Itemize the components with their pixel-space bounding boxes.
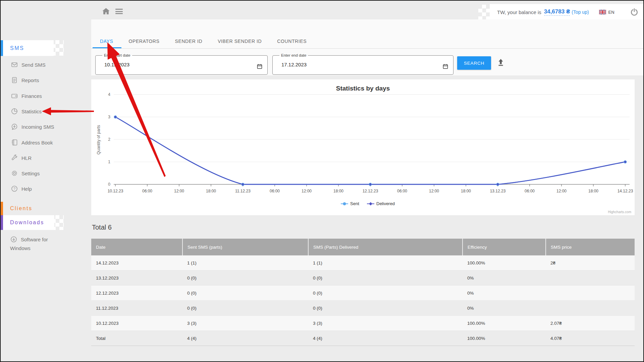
cell-delivered: 1 (1) [308, 255, 463, 270]
sidebar-item-label: Reports [21, 77, 39, 83]
wallet-icon [11, 92, 18, 100]
search-button[interactable]: SEARCH [457, 56, 491, 70]
sidebar-item-label: Statistics [21, 109, 42, 114]
sidebar-section-label: SMS [10, 45, 24, 51]
sidebar-item-statistics[interactable]: Statistics [1, 104, 88, 119]
x-tick-label: 06:00 [270, 189, 280, 193]
series-delivered-line [115, 117, 625, 184]
sidebar-item-incoming-sms[interactable]: Incoming SMS [1, 119, 88, 134]
cell-efficiency: 100.00% [463, 255, 546, 270]
sidebar-section-downloads[interactable]: Downloads [1, 215, 54, 230]
calendar-icon[interactable] [442, 63, 448, 69]
cell-sent: 0 (0) [182, 270, 308, 286]
statistics-by-days-chart: Statistics by daysQuantity of parts01234… [91, 79, 635, 215]
sidebar-section-sms[interactable]: SMS [1, 40, 54, 56]
sidebar-item-help[interactable]: ? Help [1, 181, 88, 196]
wrench-icon [11, 154, 18, 162]
home-icon[interactable] [101, 7, 111, 16]
table-row: 11.12.20230 (0)0 (0)0% [91, 301, 635, 316]
x-tick-label: 18:00 [588, 189, 598, 193]
cell-delivered: 4 (4) [308, 331, 463, 346]
tab-days[interactable]: DAYS [100, 39, 113, 44]
help-icon: ? [11, 185, 18, 192]
x-tick-label: 12.12.23 [363, 189, 378, 193]
sidebar-item-hlr[interactable]: HLR [1, 150, 88, 166]
sidebar-item-software-for-windows[interactable]: Software for Windows [10, 235, 65, 253]
language-label: EN [608, 10, 614, 15]
x-tick-label: 12:00 [174, 189, 184, 193]
cell-delivered: 3 (3) [308, 316, 463, 331]
sidebar-item-reports[interactable]: Reports [1, 72, 88, 88]
y-tick-label: 4 [108, 92, 110, 97]
x-tick-label: 06:00 [525, 189, 535, 193]
export-upload-icon[interactable] [496, 58, 505, 67]
sidebar-item-label: Settings [21, 171, 40, 176]
report-icon [11, 76, 18, 84]
x-tick-label: 13.12.23 [490, 189, 506, 193]
gear-icon [11, 170, 18, 177]
cell-efficiency: 0% [463, 270, 546, 286]
column-header-delivered: SMS (Parts) Delivered [308, 239, 463, 255]
cell-efficiency: 100.00% [463, 316, 546, 331]
svg-text:Sent: Sent [350, 201, 359, 206]
table-total-count: Total 6 [92, 224, 112, 231]
power-icon[interactable] [630, 8, 639, 16]
sidebar-item-label: Address Book [21, 140, 53, 145]
sidebar-section-label: Downloads [10, 220, 44, 226]
x-tick-label: 18:00 [206, 189, 216, 193]
tab-operators[interactable]: OPERATORS [129, 39, 160, 44]
highcharts-credit: Highcharts.com [608, 210, 631, 214]
cell-sent: 4 (4) [182, 331, 308, 346]
x-tick-label: 18:00 [333, 189, 343, 193]
cell-date: 13.12.2023 [91, 270, 182, 286]
table-row: 14.12.20231 (1)1 (1)100.00%2₴ [91, 255, 635, 270]
cell-date: 10.12.2023 [91, 316, 182, 331]
cell-price: 2₴ [546, 255, 635, 270]
y-tick-label: 3 [108, 115, 110, 119]
end-date-input[interactable] [281, 61, 403, 68]
sidebar-item-label: Incoming SMS [21, 124, 54, 130]
column-header-efficiency: Efficiency [463, 239, 546, 255]
y-tick-label: 1 [108, 160, 110, 164]
chart-title: Statistics by days [336, 85, 390, 92]
table-row: 12.12.20230 (0)0 (0)0% [91, 286, 635, 301]
language-switch[interactable]: EN [599, 10, 614, 15]
legend-item-delivered[interactable]: Delivered [367, 201, 395, 206]
y-tick-label: 2 [108, 137, 110, 142]
tab-countries[interactable]: COUNTRIES [277, 39, 307, 44]
sidebar-item-send-sms[interactable]: Send SMS [1, 57, 88, 72]
cell-date: 12.12.2023 [91, 286, 182, 301]
tab-sender-id[interactable]: SENDER ID [175, 39, 203, 44]
legend-item-sent[interactable]: Sent [341, 201, 359, 206]
address-book-icon [11, 139, 18, 146]
x-tick-label: 12:00 [302, 189, 312, 193]
tab-viber-sender-id[interactable]: VIBER SENDER ID [218, 39, 262, 44]
sidebar-item-settings[interactable]: Settings [1, 166, 88, 181]
checker-decoration [52, 40, 64, 56]
sidebar-section-label: Clients [10, 205, 32, 212]
sidebar-item-address-book[interactable]: Address Book [1, 135, 88, 150]
sidebar-item-label: HLR [21, 155, 32, 161]
sidebar-item-finances[interactable]: Finances [1, 88, 88, 104]
series-sent-line [115, 117, 625, 184]
statistics-chart-card: Statistics by daysQuantity of parts01234… [91, 79, 635, 215]
statistics-table: Date Sent SMS (parts) SMS (Parts) Delive… [91, 239, 635, 346]
uk-flag-icon [599, 10, 606, 14]
x-tick-label: 12:00 [556, 189, 567, 193]
table-row: 10.12.20233 (3)3 (3)100.00%2.07₴ [91, 316, 635, 331]
table-total-row: Total4 (4)4 (4)100.00%4.07₴ [91, 331, 635, 346]
start-date-field: Enter start date [95, 53, 268, 75]
cell-delivered: 0 (0) [308, 301, 463, 316]
download-icon [10, 236, 17, 243]
calendar-icon[interactable] [257, 63, 263, 69]
column-header-sent: Sent SMS (parts) [182, 239, 308, 255]
topup-link[interactable]: (Top up) [572, 9, 589, 15]
start-date-input[interactable] [104, 61, 220, 68]
svg-text:?: ? [13, 187, 15, 191]
cell-sent: 0 (0) [182, 301, 308, 316]
balance-amount[interactable]: 34,6783 ₴ [544, 8, 570, 16]
hamburger-menu-icon[interactable] [115, 9, 123, 14]
table-header-row: Date Sent SMS (parts) SMS (Parts) Delive… [91, 239, 635, 255]
sidebar-section-clients[interactable]: Clients [1, 202, 54, 215]
cell-date: 14.12.2023 [91, 255, 182, 270]
